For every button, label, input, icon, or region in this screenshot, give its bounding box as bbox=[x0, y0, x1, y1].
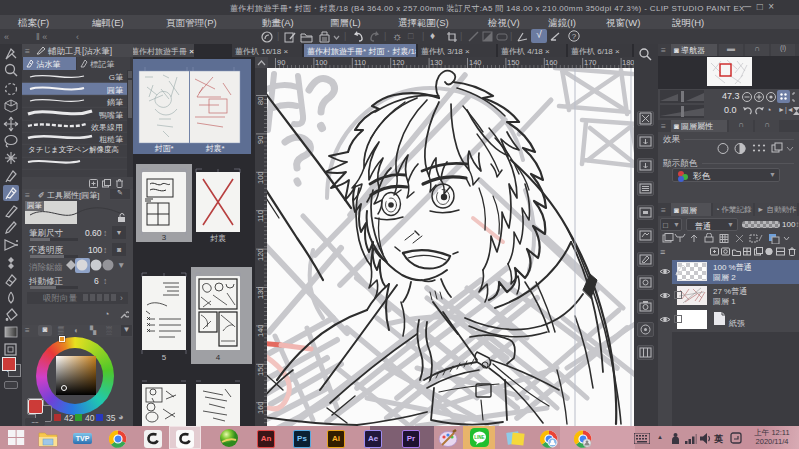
svg-text:160: 160 bbox=[545, 58, 558, 67]
svg-text:80: 80 bbox=[256, 97, 265, 105]
svg-text:140: 140 bbox=[256, 324, 265, 337]
svg-text:140: 140 bbox=[469, 58, 482, 67]
svg-text:100: 100 bbox=[315, 58, 328, 67]
svg-text:?: ? bbox=[572, 32, 577, 41]
svg-text:180: 180 bbox=[622, 58, 634, 67]
svg-text:170: 170 bbox=[584, 58, 597, 67]
svg-text:120: 120 bbox=[256, 248, 265, 261]
svg-text:150: 150 bbox=[507, 58, 520, 67]
svg-text:タチじま文字ペン解像度高: タチじま文字ペン解像度高 bbox=[28, 145, 119, 154]
svg-text:110: 110 bbox=[256, 210, 265, 222]
svg-text:90: 90 bbox=[256, 136, 265, 144]
svg-text:LINE: LINE bbox=[474, 435, 484, 440]
svg-text:120: 120 bbox=[392, 58, 405, 67]
svg-text:160: 160 bbox=[256, 401, 265, 414]
svg-text:150: 150 bbox=[256, 363, 265, 376]
svg-text:130: 130 bbox=[256, 286, 265, 299]
svg-text:100: 100 bbox=[256, 171, 265, 184]
svg-text:90: 90 bbox=[277, 58, 285, 67]
svg-text:130: 130 bbox=[430, 58, 443, 67]
svg-text:110: 110 bbox=[354, 58, 366, 67]
